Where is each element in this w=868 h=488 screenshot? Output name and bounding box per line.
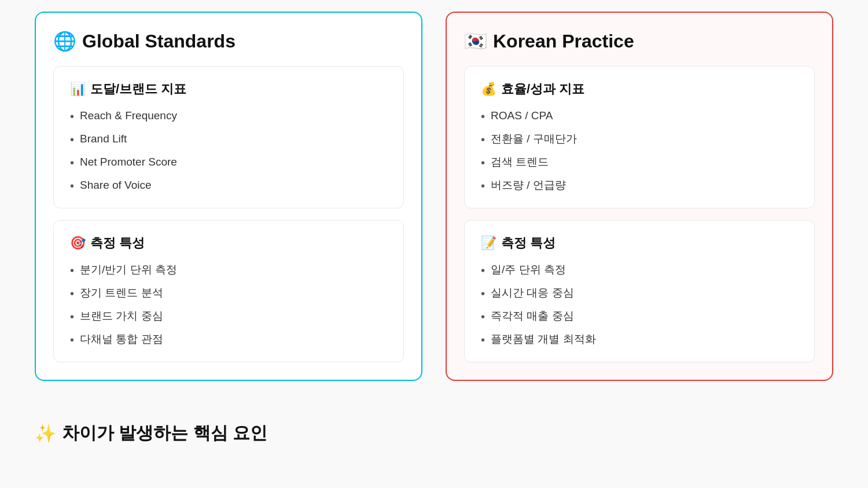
list-item: 분기/반기 단위 측정: [70, 262, 387, 278]
global-brand-title-text: 도달/브랜드 지표: [90, 80, 186, 98]
list-item: 플랫폼별 개별 최적화: [481, 332, 798, 348]
korean-performance-card: 💰 효율/성과 지표 ROAS / CPA 전환율 / 구매단가 검색 트렌드 …: [464, 66, 815, 208]
korean-performance-title: 💰 효율/성과 지표: [481, 80, 798, 98]
global-measurement-title-text: 측정 특성: [90, 234, 145, 252]
global-title-emoji: 🌐: [53, 30, 76, 52]
global-measurement-emoji: 🎯: [70, 236, 86, 251]
global-brand-card: 📊 도달/브랜드 지표 Reach & Frequency Brand Lift…: [53, 66, 404, 208]
bottom-title: ✨ 차이가 발생하는 핵심 요인: [35, 421, 833, 445]
korean-performance-list: ROAS / CPA 전환율 / 구매단가 검색 트렌드 버즈량 / 언급량: [481, 108, 798, 194]
list-item: ROAS / CPA: [481, 108, 798, 124]
korean-performance-emoji: 💰: [481, 82, 496, 97]
list-item: Share of Voice: [70, 178, 387, 194]
korean-measurement-list: 일/주 단위 측정 실시간 대응 중심 즉각적 매출 중심 플랫폼별 개별 최적…: [481, 262, 798, 348]
bottom-emoji: ✨: [35, 423, 56, 443]
list-item: 전환율 / 구매단가: [481, 131, 798, 148]
bottom-title-text: 차이가 발생하는 핵심 요인: [62, 421, 267, 445]
global-measurement-card: 🎯 측정 특성 분기/반기 단위 측정 장기 트렌드 분석 브랜드 가치 중심 …: [53, 220, 404, 362]
list-item: Net Promoter Score: [70, 155, 387, 171]
list-item: 장기 트렌드 분석: [70, 285, 387, 302]
list-item: 버즈량 / 언급량: [481, 178, 798, 194]
global-standards-card: 🌐 Global Standards 📊 도달/브랜드 지표 Reach & F…: [35, 12, 422, 381]
korean-measurement-card: 📝 측정 특성 일/주 단위 측정 실시간 대응 중심 즉각적 매출 중심 플랫…: [464, 220, 815, 362]
korean-title-emoji: 🇰🇷: [464, 30, 487, 52]
korean-card-title: 🇰🇷 Korean Practice: [464, 30, 815, 52]
korean-measurement-title-text: 측정 특성: [501, 234, 556, 252]
list-item: 일/주 단위 측정: [481, 262, 798, 278]
global-brand-title: 📊 도달/브랜드 지표: [70, 80, 387, 98]
bottom-section: ✨ 차이가 발생하는 핵심 요인: [35, 410, 833, 451]
list-item: 브랜드 가치 중심: [70, 309, 387, 325]
korean-measurement-title: 📝 측정 특성: [481, 234, 798, 252]
list-item: 다채널 통합 관점: [70, 332, 387, 348]
korean-title-text: Korean Practice: [493, 31, 634, 52]
korean-measurement-emoji: 📝: [481, 236, 496, 251]
page-wrapper: 🌐 Global Standards 📊 도달/브랜드 지표 Reach & F…: [0, 0, 868, 474]
list-item: 즉각적 매출 중심: [481, 309, 798, 325]
global-measurement-list: 분기/반기 단위 측정 장기 트렌드 분석 브랜드 가치 중심 다채널 통합 관…: [70, 262, 387, 348]
korean-performance-title-text: 효율/성과 지표: [501, 80, 584, 98]
list-item: Reach & Frequency: [70, 108, 387, 124]
list-item: 검색 트렌드: [481, 155, 798, 171]
list-item: 실시간 대응 중심: [481, 285, 798, 302]
global-title-text: Global Standards: [82, 31, 236, 52]
global-measurement-title: 🎯 측정 특성: [70, 234, 387, 252]
global-brand-emoji: 📊: [70, 82, 86, 97]
global-card-title: 🌐 Global Standards: [53, 30, 404, 52]
columns-row: 🌐 Global Standards 📊 도달/브랜드 지표 Reach & F…: [35, 12, 833, 381]
global-brand-list: Reach & Frequency Brand Lift Net Promote…: [70, 108, 387, 194]
list-item: Brand Lift: [70, 131, 387, 148]
korean-practice-card: 🇰🇷 Korean Practice 💰 효율/성과 지표 ROAS / CPA…: [446, 12, 833, 381]
